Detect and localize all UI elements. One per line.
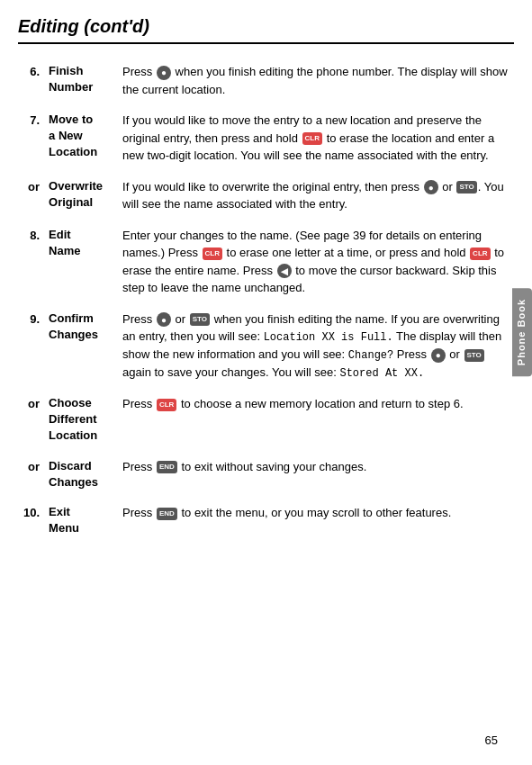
entry-num: 10. — [18, 500, 43, 545]
page-title: Editing (cont'd) — [18, 16, 514, 44]
entry-label: FinishNumber — [43, 58, 117, 107]
entry-content: Press ● or STO when you finish editing t… — [117, 306, 514, 392]
table-row: or ChooseDifferentLocation Press CLR to … — [18, 391, 514, 454]
sto-button-icon: STO — [456, 181, 476, 194]
entry-label: Move toa NewLocation — [43, 107, 117, 174]
clr-button-icon: CLR — [470, 248, 490, 260]
entry-num: 9. — [18, 306, 43, 392]
entry-label: ChooseDifferentLocation — [43, 391, 117, 454]
entry-label: ConfirmChanges — [43, 306, 117, 392]
table-row: 9. ConfirmChanges Press ● or STO when yo… — [18, 306, 514, 392]
table-row: 6. FinishNumber Press ● when you finish … — [18, 58, 514, 107]
entry-label: DiscardChanges — [43, 454, 117, 500]
display-text: Stored At XX. — [339, 367, 424, 380]
page-container: Editing (cont'd) 6. FinishNumber Press ●… — [0, 0, 532, 765]
entry-num: or — [18, 174, 43, 222]
table-row: 10. ExitMenu Press END to exit the menu,… — [18, 500, 514, 545]
page-number: 65 — [485, 734, 498, 747]
ok-button-icon: ● — [157, 66, 171, 80]
end-button-icon: END — [157, 461, 177, 473]
side-tab: Phone Book — [512, 288, 532, 376]
entry-num: or — [18, 391, 43, 454]
entry-label: EditName — [43, 222, 117, 306]
display-text: Location XX is Full. — [264, 331, 393, 344]
entry-content: Press END to exit without saving your ch… — [117, 454, 514, 500]
ok-button-icon: ● — [157, 312, 171, 327]
entry-label: ExitMenu — [43, 500, 117, 545]
clr-button-icon: CLR — [203, 248, 222, 260]
entry-label: OverwriteOriginal — [43, 174, 117, 222]
ok-button-icon: ● — [424, 180, 438, 194]
ok-button-icon: ● — [431, 348, 446, 363]
entry-content: Press CLR to choose a new memory locatio… — [117, 391, 514, 454]
entry-num: 8. — [18, 222, 43, 306]
entry-content: If you would like to move the entry to a… — [117, 107, 514, 174]
table-row: or OverwriteOriginal If you would like t… — [18, 174, 514, 222]
entry-table: 6. FinishNumber Press ● when you finish … — [18, 58, 514, 545]
entry-num: or — [18, 454, 43, 500]
display-text: Change? — [348, 349, 393, 362]
table-row: 7. Move toa NewLocation If you would lik… — [18, 107, 514, 174]
clr-button-icon: CLR — [302, 132, 322, 145]
table-row: 8. EditName Enter your changes to the na… — [18, 222, 514, 306]
entry-content: Press END to exit the menu, or you may s… — [117, 500, 514, 545]
entry-content: Press ● when you finish editing the phon… — [117, 58, 514, 107]
entry-num: 7. — [18, 107, 43, 174]
back-button-icon: ◀ — [277, 264, 292, 278]
sto-button-icon: STO — [464, 349, 484, 362]
entry-content: Enter your changes to the name. (See pag… — [117, 222, 514, 306]
clr-button-icon: CLR — [157, 399, 176, 411]
sto-button-icon: STO — [190, 313, 210, 326]
entry-num: 6. — [18, 58, 43, 107]
end-button-icon: END — [157, 508, 177, 520]
table-row: or DiscardChanges Press END to exit with… — [18, 454, 514, 500]
entry-content: If you would like to overwrite the origi… — [117, 174, 514, 222]
